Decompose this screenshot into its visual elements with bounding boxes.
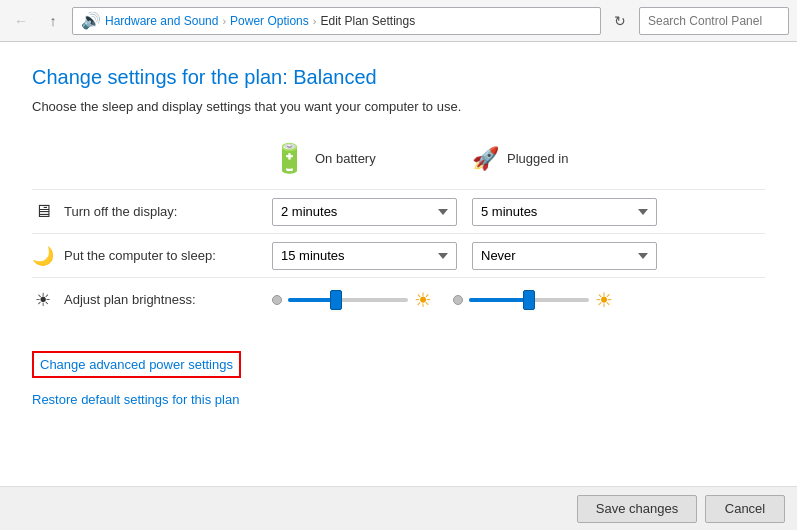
search-input[interactable] <box>639 7 789 35</box>
battery-slider-track <box>288 298 408 302</box>
page-subtitle: Choose the sleep and display settings th… <box>32 99 765 114</box>
address-bar: 🔊 Hardware and Sound › Power Options › E… <box>72 7 601 35</box>
title-bar: ← ↑ 🔊 Hardware and Sound › Power Options… <box>0 0 797 42</box>
bottom-bar: Save changes Cancel <box>0 486 797 530</box>
sep1: › <box>222 15 226 27</box>
brightness-label: ☀ Adjust plan brightness: <box>32 289 272 311</box>
plugged-slider-container <box>469 298 589 302</box>
plugged-label: Plugged in <box>507 151 568 166</box>
up-button[interactable]: ↑ <box>40 8 66 34</box>
restore-defaults-link[interactable]: Restore default settings for this plan <box>32 388 765 411</box>
plugged-slider-thumb[interactable] <box>523 290 535 310</box>
display-plugged-select[interactable]: 2 minutes 3 minutes 5 minutes 10 minutes… <box>472 198 657 226</box>
brightness-icon: ☀ <box>32 289 54 311</box>
column-headers: 🔋 On battery 🚀 Plugged in <box>272 142 765 175</box>
battery-sun-large: ☀ <box>414 288 432 312</box>
display-label: 🖥 Turn off the display: <box>32 201 272 223</box>
refresh-button[interactable]: ↻ <box>607 8 633 34</box>
links-section: Change advanced power settings Restore d… <box>32 341 765 411</box>
settings-grid: 🔋 On battery 🚀 Plugged in 🖥 Turn off the… <box>32 142 765 321</box>
display-icon: 🖥 <box>32 201 54 223</box>
display-battery-select[interactable]: 1 minute 2 minutes 5 minutes 10 minutes … <box>272 198 457 226</box>
main-content: Change settings for the plan: Balanced C… <box>0 42 797 530</box>
display-label-text: Turn off the display: <box>64 204 177 219</box>
battery-slider-fill <box>288 298 336 302</box>
sleep-plugged-select[interactable]: 5 minutes 15 minutes 30 minutes 1 hour N… <box>472 242 657 270</box>
plugged-sun-large: ☀ <box>595 288 613 312</box>
battery-slider-thumb[interactable] <box>330 290 342 310</box>
plugged-column-header: 🚀 Plugged in <box>472 146 672 172</box>
sleep-label-text: Put the computer to sleep: <box>64 248 216 263</box>
back-button[interactable]: ← <box>8 8 34 34</box>
plug-icon: 🚀 <box>472 146 499 172</box>
sleep-battery-select[interactable]: 5 minutes 10 minutes 15 minutes 20 minut… <box>272 242 457 270</box>
battery-slider-dot <box>272 295 282 305</box>
save-button[interactable]: Save changes <box>577 495 697 523</box>
cancel-button[interactable]: Cancel <box>705 495 785 523</box>
brightness-label-text: Adjust plan brightness: <box>64 292 196 307</box>
plugged-slider-fill <box>469 298 529 302</box>
battery-column-header: 🔋 On battery <box>272 142 472 175</box>
plugged-slider-dot <box>453 295 463 305</box>
sep2: › <box>313 15 317 27</box>
brightness-row: ☀ Adjust plan brightness: ☀ <box>32 277 765 321</box>
hardware-icon: 🔊 <box>81 11 101 30</box>
brightness-plugged-group: ☀ <box>453 288 613 312</box>
display-controls: 1 minute 2 minutes 5 minutes 10 minutes … <box>272 198 672 226</box>
sleep-label: 🌙 Put the computer to sleep: <box>32 245 272 267</box>
sleep-icon: 🌙 <box>32 245 54 267</box>
breadcrumb-power[interactable]: Power Options <box>230 14 309 28</box>
breadcrumb-hw[interactable]: Hardware and Sound <box>105 14 218 28</box>
plugged-slider-track <box>469 298 589 302</box>
battery-slider-container <box>288 298 408 302</box>
page-title: Change settings for the plan: Balanced <box>32 66 765 89</box>
sleep-controls: 5 minutes 10 minutes 15 minutes 20 minut… <box>272 242 672 270</box>
battery-label: On battery <box>315 151 376 166</box>
breadcrumb-edit: Edit Plan Settings <box>320 14 415 28</box>
advanced-power-link[interactable]: Change advanced power settings <box>32 351 241 378</box>
sleep-row: 🌙 Put the computer to sleep: 5 minutes 1… <box>32 233 765 277</box>
battery-icon: 🔋 <box>272 142 307 175</box>
brightness-battery-group: ☀ <box>272 288 432 312</box>
brightness-controls: ☀ ☀ <box>272 288 628 312</box>
display-row: 🖥 Turn off the display: 1 minute 2 minut… <box>32 189 765 233</box>
